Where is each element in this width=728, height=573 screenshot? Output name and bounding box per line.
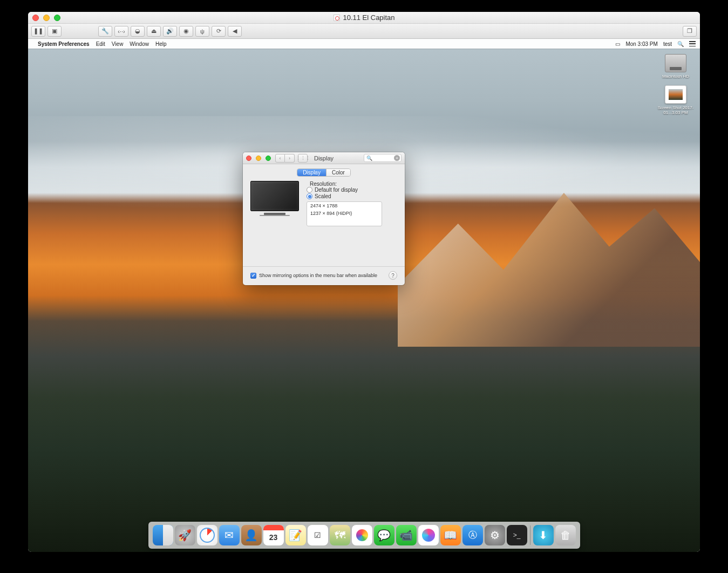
radio-default-row[interactable]: Default for display	[307, 187, 382, 193]
macos-menubar: System Preferences Edit View Window Help…	[28, 39, 700, 49]
prefs-forward-button[interactable]: ›	[285, 154, 295, 163]
sync-icon: ⟳	[216, 28, 221, 35]
dock-ibooks[interactable]: 📖	[440, 525, 461, 545]
dock-mail[interactable]: ✉	[219, 525, 240, 545]
prefs-close-button[interactable]	[246, 156, 251, 161]
resolution-option[interactable]: 1237 × 894 (HiDPI)	[307, 210, 382, 217]
dock-trash[interactable]: 🗑	[555, 525, 576, 545]
sync-button[interactable]: ⟳	[212, 26, 226, 37]
dock-facetime[interactable]: 📹	[396, 525, 417, 545]
dock-finder[interactable]	[153, 525, 173, 545]
vm-title-text: 10.11 El Capitan	[343, 14, 394, 22]
prefs-body: Display Color Resolution:	[243, 164, 405, 236]
guest-desktop[interactable]: System Preferences Edit View Window Help…	[28, 39, 700, 552]
close-button[interactable]	[32, 15, 39, 21]
monitor-base-icon	[260, 215, 290, 216]
minimize-button[interactable]	[43, 15, 50, 21]
menu-view[interactable]: View	[112, 41, 124, 47]
menubar-clock[interactable]: Mon 3:03 PM	[625, 41, 657, 47]
vmware-window: 10.11 El Capitan ❚❚ ▣ 🔧 ‹··› ◒ ⏏ 🔊 ◉ ψ ⟳…	[28, 12, 700, 552]
prefs-zoom-button[interactable]	[266, 156, 271, 161]
disk-button[interactable]: ◒	[131, 26, 145, 37]
dock-system-preferences[interactable]: ⚙	[485, 525, 505, 545]
resolution-option[interactable]: 2474 × 1788	[307, 202, 382, 210]
desktop-icon-macintosh-hd[interactable]: Macintosh HD	[657, 54, 695, 79]
tab-color[interactable]: Color	[326, 169, 350, 176]
fullscreen-icon: ❐	[687, 28, 692, 35]
prefs-tab-control: Display Color	[297, 168, 351, 177]
prefs-titlebar[interactable]: ‹ › ⋮⋮⋮ Display 🔍 ×	[243, 152, 405, 164]
dock: 🚀 ✉ 👤 23 📝 ☑ 🗺 💬 📹 📖 Ⓐ ⚙ >_ ⬇ 🗑	[148, 522, 580, 549]
prefs-search-field[interactable]: 🔍 ×	[364, 154, 402, 162]
radio-scaled[interactable]	[307, 193, 312, 199]
dock-photos[interactable]	[352, 525, 372, 545]
prefs-show-all-button[interactable]: ⋮⋮⋮	[298, 154, 308, 163]
dock-maps[interactable]: 🗺	[330, 525, 350, 545]
desktop-icon-screenshot[interactable]: Screen Shot 2017-01...3.03 PM	[657, 85, 695, 115]
prefs-title: Display	[314, 155, 334, 161]
menubar-user[interactable]: test	[663, 41, 672, 47]
back-button[interactable]: ◀	[228, 26, 242, 37]
resolution-radio-group: Default for display Scaled 2474 × 1788 1…	[307, 187, 382, 226]
grid-icon: ⋮⋮⋮	[296, 156, 310, 161]
dock-launchpad[interactable]: 🚀	[175, 525, 195, 545]
dock-calendar[interactable]: 23	[263, 525, 284, 545]
mirroring-checkbox[interactable]: ✓	[250, 273, 256, 279]
calendar-day: 23	[269, 533, 278, 542]
dock-notes[interactable]: 📝	[285, 525, 306, 545]
wrench-icon: 🔧	[101, 28, 109, 35]
clear-search-icon[interactable]: ×	[394, 155, 400, 161]
radio-scaled-row[interactable]: Scaled	[307, 193, 382, 199]
tab-display[interactable]: Display	[297, 169, 326, 176]
chevron-right-icon: ›	[289, 156, 290, 161]
desktop-icon-label: Screen Shot 2017-01...3.03 PM	[657, 105, 695, 115]
network-button[interactable]: ‹··›	[114, 26, 128, 37]
vm-icon	[333, 15, 339, 21]
screenshot-file-icon	[665, 85, 686, 104]
dock-reminders[interactable]: ☑	[308, 525, 328, 545]
snapshot-icon: ▣	[52, 28, 57, 35]
lock-button[interactable]: ⏏	[147, 26, 161, 37]
menu-window[interactable]: Window	[130, 41, 149, 47]
zoom-button[interactable]	[54, 15, 60, 21]
camera-button[interactable]: ◉	[179, 26, 193, 37]
vmware-traffic-lights	[32, 15, 60, 21]
notification-center-icon[interactable]	[689, 41, 696, 46]
desktop-wallpaper	[28, 39, 700, 552]
sound-button[interactable]: 🔊	[163, 26, 177, 37]
dock-contacts[interactable]: 👤	[241, 525, 262, 545]
resolution-panel: Resolution: Default for display Scaled	[307, 181, 397, 227]
menu-help[interactable]: Help	[155, 41, 167, 47]
radio-scaled-label: Scaled	[315, 193, 331, 199]
prefs-footer: ✓ Show mirroring options in the menu bar…	[243, 266, 405, 285]
dock-messages[interactable]: 💬	[374, 525, 394, 545]
pause-button[interactable]: ❚❚	[31, 26, 45, 37]
spotlight-icon[interactable]: 🔍	[677, 41, 684, 47]
vmware-title: 10.11 El Capitan	[333, 14, 394, 22]
app-menu[interactable]: System Preferences	[38, 41, 90, 47]
prefs-minimize-button[interactable]	[256, 156, 261, 161]
settings-button[interactable]: 🔧	[98, 26, 112, 37]
vmware-toolbar: ❚❚ ▣ 🔧 ‹··› ◒ ⏏ 🔊 ◉ ψ ⟳ ◀ ❐	[28, 24, 700, 39]
monitor-screen-icon	[250, 181, 299, 211]
airplay-icon[interactable]: ▭	[615, 41, 620, 47]
dock-safari[interactable]	[197, 525, 217, 545]
snapshot-button[interactable]: ▣	[47, 26, 62, 37]
help-icon: ?	[391, 273, 394, 279]
help-button[interactable]: ?	[389, 271, 397, 280]
dock-downloads[interactable]: ⬇	[533, 525, 554, 545]
dock-appstore[interactable]: Ⓐ	[462, 525, 483, 545]
resolution-label: Resolution:	[307, 181, 337, 187]
dock-itunes[interactable]	[418, 525, 439, 545]
fullscreen-button[interactable]: ❐	[683, 26, 697, 37]
usb-button[interactable]: ψ	[195, 26, 209, 37]
prefs-back-button[interactable]: ‹	[275, 154, 285, 163]
menu-edit[interactable]: Edit	[96, 41, 105, 47]
prefs-traffic-lights	[246, 156, 271, 161]
resolution-list[interactable]: 2474 × 1788 1237 × 894 (HiDPI)	[307, 201, 382, 226]
prefs-content: Resolution: Default for display Scaled	[250, 181, 397, 227]
dock-terminal[interactable]: >_	[507, 525, 527, 545]
vmware-titlebar[interactable]: 10.11 El Capitan	[28, 12, 700, 24]
mirroring-label: Show mirroring options in the menu bar w…	[259, 273, 377, 278]
radio-default[interactable]	[307, 187, 312, 193]
